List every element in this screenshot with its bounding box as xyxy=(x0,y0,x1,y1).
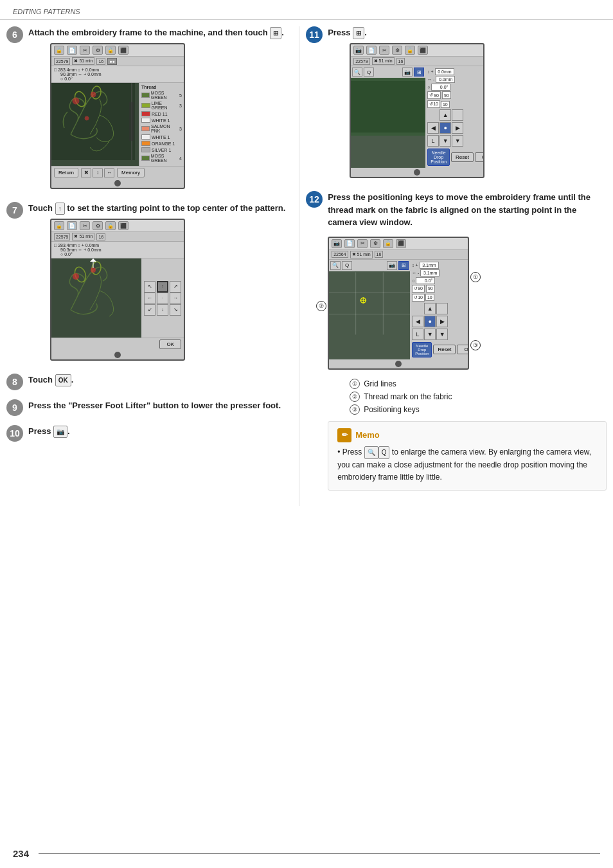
top-center-icon: ↑ xyxy=(55,203,65,215)
snapshot-12[interactable]: 📷 xyxy=(387,261,397,270)
mm-step-12: ↺10 10 xyxy=(412,294,466,302)
tb7-lock: 🔒 xyxy=(54,221,64,230)
nav-12-tl[interactable]: L xyxy=(412,329,423,340)
step-6-number: 6 xyxy=(6,26,23,43)
sp-br[interactable]: ↘ xyxy=(170,304,181,316)
nav-up[interactable]: ▲ xyxy=(440,109,451,121)
sp-tl[interactable]: ↖ xyxy=(144,281,155,293)
nav-12-right[interactable]: ▶ xyxy=(436,316,448,327)
pos-row-r-11: ○ 0.0° xyxy=(427,84,481,91)
screen-6-subbar: 22579 ✖ 51 min 16 ●● xyxy=(51,57,184,66)
needle-drop-button-12[interactable]: Needle DropPosition xyxy=(412,342,432,357)
nav-down[interactable]: ▼ xyxy=(440,135,451,147)
memo-icon: ✏ xyxy=(337,428,351,442)
footer-icon-2: ↕ xyxy=(93,168,103,177)
pos-row-r-12: ○ 0.0° xyxy=(412,277,466,284)
grid-active-icon[interactable]: ⊞ xyxy=(414,68,424,77)
ok-button-7[interactable]: OK xyxy=(159,339,181,349)
return-button[interactable]: Return xyxy=(54,168,78,177)
step-6-text: Attach the embroidery frame to the machi… xyxy=(28,26,292,39)
legend: ① Grid lines ② Thread mark on the fabric… xyxy=(350,379,607,415)
tb-lock: 🔒 xyxy=(54,46,64,55)
stitch-count-12: 22564 xyxy=(332,251,348,258)
nav-12-br[interactable]: ▼ xyxy=(436,329,448,340)
zoom-out-icon[interactable]: 🔍 xyxy=(352,68,362,77)
nav-tl[interactable]: L xyxy=(427,135,439,147)
tb12-file: 📄 xyxy=(344,239,355,248)
step-11-content: Press ⊞. 📷 📄 ✂ ⚙ 🔓 ⬛ 22579 ✖ 5 xyxy=(328,26,607,182)
time-7: ✖ 51 min xyxy=(72,233,94,240)
thread-4: WHITE 1 xyxy=(141,118,182,123)
camera-icon: 📷 xyxy=(53,426,67,438)
frame-12: 16 xyxy=(375,251,384,258)
reset-button-12[interactable]: Reset xyxy=(433,345,456,354)
screen-6-dot xyxy=(51,179,184,188)
time-6: ✖ 51 min xyxy=(72,57,94,65)
reset-button-11[interactable]: Reset xyxy=(451,152,474,162)
header-title: EDITING PATTERNS xyxy=(13,8,80,15)
zoom-in-icon[interactable]: Q xyxy=(364,68,374,77)
sp-row-1: ↖ ↑ ↗ xyxy=(144,281,181,293)
legend-label-1: Grid lines xyxy=(364,379,396,388)
sp-bc[interactable]: ↓ xyxy=(157,304,168,316)
step-12-text: Press the positioning keys to move the e… xyxy=(328,191,607,229)
nav-right[interactable]: ▶ xyxy=(452,122,463,134)
screen-7-body: ↖ ↑ ↗ ← · → ↙ ↓ xyxy=(51,258,184,338)
tb12-stitch: ✂ xyxy=(357,239,368,248)
tb-settings: ⚙ xyxy=(93,46,103,55)
y-val-11: 0.0mm xyxy=(436,76,455,83)
zoom-in-12[interactable]: Q xyxy=(342,261,352,270)
screen-7-subbar: 22579 ✖ 51 min 16 xyxy=(51,232,184,242)
page-header: EDITING PATTERNS xyxy=(0,0,613,20)
nav-12-down[interactable]: ▼ xyxy=(424,329,436,340)
snapshot-icon[interactable]: 📷 xyxy=(402,68,413,77)
step-9-text: Press the "Presser Foot Lifter" button t… xyxy=(28,399,292,412)
step-7-text: Touch ↑ to set the starting point to the… xyxy=(28,202,292,215)
nav-grid-bot-11: L ▼ ▼ xyxy=(427,135,481,147)
nav-12-e4 xyxy=(449,316,460,327)
nav-grid-11: ▲ xyxy=(427,109,481,121)
x-val-12: 3.1mm xyxy=(420,262,439,269)
legend-item-2: ② Thread mark on the fabric xyxy=(350,392,607,402)
sp-mc[interactable]: · xyxy=(157,293,168,304)
nav-grid-bot-12: L ▼ ▼ xyxy=(412,329,466,340)
zoom-row-11: ↺90 90 xyxy=(427,91,481,99)
nav-center[interactable]: ● xyxy=(440,122,451,134)
screen-12-dot xyxy=(329,359,468,368)
step-8-text: Touch OK. xyxy=(28,374,292,386)
nav-br-d[interactable]: ▼ xyxy=(452,135,463,147)
memo-zoom-icon1: 🔍 xyxy=(364,446,378,459)
screen-12-toolbar: 📷 📄 ✂ ⚙ 🔓 ⬛ xyxy=(329,238,468,250)
step-8-number: 8 xyxy=(6,374,23,390)
thread-3: RED 11 xyxy=(141,111,182,116)
memory-button[interactable]: Memory xyxy=(117,168,145,177)
zoom-out-12[interactable]: 🔍 xyxy=(330,261,341,270)
zoom-row-12: ↺90 90 xyxy=(412,285,466,293)
ok-icon: OK xyxy=(55,374,71,386)
grid-active-12[interactable]: ⊞ xyxy=(398,261,409,270)
step2-12: 10 xyxy=(425,294,434,301)
tb-lock2: 🔓 xyxy=(105,46,116,55)
nav-12-left[interactable]: ◀ xyxy=(412,316,423,327)
step-7-content: Touch ↑ to set the starting point to the… xyxy=(28,202,292,365)
sp-ml[interactable]: ← xyxy=(144,293,155,304)
screen-6-thread-panel: Thread MOSS GREEN 5 LIME GREEN 3 xyxy=(139,83,184,166)
ok-button-12[interactable]: OK xyxy=(457,345,469,354)
ok-button-11[interactable]: OK xyxy=(475,152,484,162)
thread-7: ORANGE 1 xyxy=(141,141,182,146)
pos-row-y-12: ↔ - 3.1mm xyxy=(412,269,466,276)
sp-mr[interactable]: → xyxy=(170,293,181,304)
sp-tr[interactable]: ↗ xyxy=(170,281,181,293)
sp-tc[interactable]: ↑ xyxy=(157,281,168,293)
dot-1 xyxy=(114,180,121,186)
legend-item-1: ① Grid lines xyxy=(350,379,607,389)
nav-left[interactable]: ◀ xyxy=(427,122,439,134)
step-9-number: 9 xyxy=(6,399,23,416)
step-7: 7 Touch ↑ to set the starting point to t… xyxy=(6,202,292,365)
needle-drop-button[interactable]: Needle DropPosition xyxy=(427,149,450,166)
nav-12-up[interactable]: ▲ xyxy=(424,303,436,314)
action-buttons-11: Needle DropPosition Reset OK xyxy=(427,149,481,166)
nav-12-center[interactable]: ● xyxy=(424,316,436,327)
sp-bl[interactable]: ↙ xyxy=(144,304,155,316)
zoom-bar-11: 🔍 Q 📷 ⊞ xyxy=(351,66,425,78)
